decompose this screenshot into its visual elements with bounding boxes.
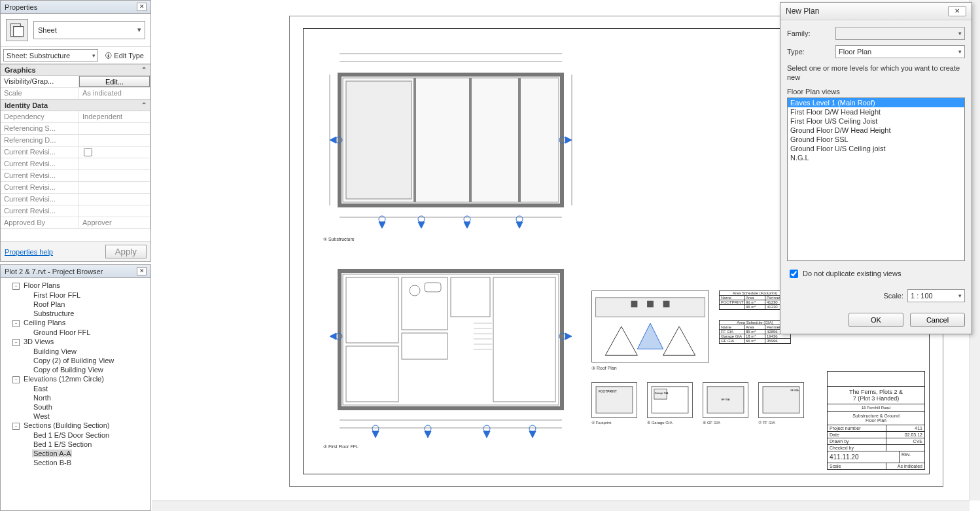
tree-label[interactable]: East	[32, 385, 49, 393]
tree-label[interactable]: South	[32, 403, 54, 411]
visibility-edit-button[interactable]: Edit...	[79, 76, 150, 87]
tree-label[interactable]: 3D Views	[22, 338, 55, 345]
level-item[interactable]: Ground Floor D/W Head Height	[788, 126, 964, 135]
dialog-close-icon[interactable]: ✕	[948, 6, 966, 16]
graphics-section-header[interactable]: Graphics ⌃	[1, 64, 150, 76]
tree-label[interactable]: Bed 1 E/S Section	[32, 440, 93, 448]
prop-key: Visibility/Grap...	[1, 76, 79, 88]
tree-item[interactable]: Copy (2) of Building View	[2, 356, 149, 365]
tree-label[interactable]: Copy of Building View	[32, 366, 105, 374]
edit-type-button[interactable]: 🛈 Edit Type	[101, 50, 148, 62]
tree-item[interactable]: Bed 1 E/S Section	[2, 440, 149, 449]
tree-label[interactable]: Sections (Building Section)	[22, 421, 111, 429]
view-title: ① Substructure	[323, 237, 355, 242]
viewport-first-floor[interactable]	[323, 258, 578, 441]
viewport-gf-gia[interactable]: GF GIA	[703, 382, 748, 418]
tree-label[interactable]: Elevations (12mm Circle)	[22, 375, 105, 383]
tree-item[interactable]: Bed 1 E/S Door Section	[2, 431, 149, 440]
tree-item[interactable]: South	[2, 402, 149, 412]
level-item[interactable]: Ground Floor U/S Ceiling joist	[788, 144, 964, 153]
tree-toggle-icon[interactable]: -	[12, 376, 20, 383]
new-plan-dialog: New Plan ✕ Family: Type: Floor Plan Sele…	[780, 2, 972, 334]
viewport-substructure[interactable]	[323, 42, 578, 232]
tree-label[interactable]: West	[32, 412, 51, 420]
tree-item[interactable]: Substructure	[2, 309, 149, 318]
revision-checkbox[interactable]	[84, 148, 92, 156]
level-item[interactable]: Ground Floor SSL	[788, 135, 964, 144]
tree-category[interactable]: -Sections (Building Section)	[2, 421, 149, 431]
tree-label[interactable]: Section A-A	[32, 449, 72, 457]
level-item[interactable]: Eaves Level 1 (Main Roof)	[788, 98, 964, 107]
svg-rect-61	[663, 301, 670, 308]
browser-title-bar[interactable]: Plot 2 & 7.rvt - Project Browser ✕	[1, 265, 150, 278]
identity-grid: Dependency Independent Referencing S... …	[1, 111, 150, 229]
viewport-garage-gia[interactable]: Garage GIA	[647, 382, 693, 418]
level-item[interactable]: N.G.L	[788, 153, 964, 162]
type-dropdown[interactable]: Floor Plan	[835, 45, 965, 58]
tree-category[interactable]: -Floor Plans	[2, 281, 149, 291]
tree-item[interactable]: North	[2, 393, 149, 402]
apply-button[interactable]: Apply	[105, 245, 147, 258]
viewport-roof[interactable]	[591, 291, 709, 362]
tree-item[interactable]: East	[2, 384, 149, 393]
cancel-button[interactable]: Cancel	[910, 313, 965, 327]
ok-button[interactable]: OK	[849, 313, 903, 327]
tree-toggle-icon[interactable]: -	[12, 423, 20, 430]
levels-listbox[interactable]: Eaves Level 1 (Main Roof)First Floor D/W…	[787, 97, 965, 261]
svg-marker-57	[663, 326, 695, 355]
tree-item[interactable]: Building View	[2, 347, 149, 356]
level-item[interactable]: First Floor D/W Head Height	[788, 107, 964, 116]
type-selector[interactable]: Sheet	[1, 14, 150, 47]
tree-label[interactable]: North	[32, 394, 52, 402]
browser-close-icon[interactable]: ✕	[137, 267, 147, 275]
tree-item[interactable]: Ground Floor FFL	[2, 328, 149, 337]
tree-category[interactable]: -3D Views	[2, 337, 149, 347]
type-dropdown[interactable]: Sheet	[33, 21, 145, 39]
properties-close-icon[interactable]: ✕	[137, 3, 147, 11]
canvas-horizontal-scrollbar[interactable]	[152, 501, 970, 511]
project-tree[interactable]: -Floor PlansFirst Floor FFLRoof PlanSubs…	[1, 278, 150, 510]
tree-item[interactable]: West	[2, 412, 149, 421]
tree-label[interactable]: Building View	[32, 347, 78, 355]
level-item[interactable]: First Floor U/S Ceiling Joist	[788, 116, 964, 126]
tree-item[interactable]: Section A-A	[2, 449, 149, 458]
family-dropdown[interactable]	[835, 27, 965, 40]
tree-label[interactable]: Ceiling Plans	[22, 319, 67, 326]
tree-category[interactable]: -Elevations (12mm Circle)	[2, 374, 149, 384]
tree-item[interactable]: Section B-B	[2, 458, 149, 467]
tree-label[interactable]: Bed 1 E/S Door Section	[32, 431, 111, 439]
properties-help-link[interactable]: Properties help	[5, 248, 53, 256]
svg-text:FOOTPRINT: FOOTPRINT	[599, 390, 617, 393]
svg-text:Garage GIA: Garage GIA	[655, 392, 669, 395]
tree-label[interactable]: Ground Floor FFL	[32, 328, 92, 336]
instance-dropdown[interactable]: Sheet: Substructure	[3, 49, 98, 62]
type-label: Type:	[787, 48, 835, 56]
do-not-duplicate-checkbox[interactable]	[790, 270, 798, 278]
svg-text:FF GIA: FF GIA	[790, 389, 799, 392]
tree-item[interactable]: First Floor FFL	[2, 291, 149, 300]
dialog-title-bar[interactable]: New Plan ✕	[780, 3, 971, 20]
viewport-footprint[interactable]: FOOTPRINT	[591, 382, 637, 418]
properties-title-bar[interactable]: Properties ✕	[1, 1, 150, 14]
identity-section-header[interactable]: Identity Data ⌃	[1, 99, 150, 111]
tree-label[interactable]: Copy (2) of Building View	[32, 357, 115, 364]
tree-toggle-icon[interactable]: -	[12, 320, 20, 327]
svg-rect-59	[631, 301, 638, 308]
properties-title: Properties	[5, 3, 37, 11]
tree-category[interactable]: -Ceiling Plans	[2, 318, 149, 328]
tree-label[interactable]: Substructure	[32, 309, 75, 317]
tree-label[interactable]: Section B-B	[32, 459, 73, 467]
tree-item[interactable]: Roof Plan	[2, 300, 149, 309]
tree-label[interactable]: Floor Plans	[22, 281, 61, 289]
tree-toggle-icon[interactable]: -	[12, 339, 20, 346]
collapse-icon: ⌃	[141, 66, 147, 74]
plan-drawing	[323, 42, 578, 232]
viewport-ff-gia[interactable]: FF GIA	[758, 382, 804, 418]
properties-panel: Properties ✕ Sheet Sheet: Substructure 🛈…	[0, 0, 151, 262]
list-label: Floor Plan views	[787, 88, 965, 96]
tree-item[interactable]: Copy of Building View	[2, 365, 149, 374]
tree-label[interactable]: First Floor FFL	[32, 291, 82, 299]
tree-label[interactable]: Roof Plan	[32, 300, 66, 308]
tree-toggle-icon[interactable]: -	[12, 283, 20, 290]
scale-dropdown[interactable]: 1 : 100	[907, 289, 965, 302]
